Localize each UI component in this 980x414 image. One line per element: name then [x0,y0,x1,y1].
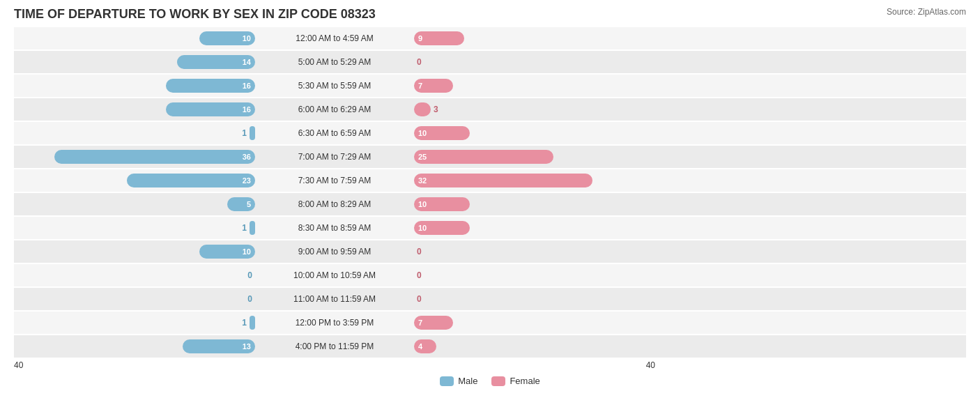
male-bar [250,221,255,235]
time-label: 8:00 AM to 8:29 AM [258,199,411,209]
axis-right: 40 [411,360,655,370]
male-bar: 5 [227,197,255,211]
chart-title: TIME OF DEPARTURE TO WORK BY SEX IN ZIP … [14,7,966,22]
male-bar: 16 [166,102,255,116]
female-value: 0 [417,247,422,256]
time-label: 7:00 AM to 7:29 AM [258,152,411,162]
legend: Male Female [14,376,966,386]
left-bar-area: 16 [14,79,258,93]
legend-male-box [440,376,454,386]
legend-male-label: Male [458,376,477,386]
axis-right-value: 40 [646,360,655,370]
female-value: 0 [417,294,422,304]
table-row: 1012:00 AM to 4:59 AM9 [14,27,966,49]
male-bar: 10 [199,245,255,259]
time-label: 7:30 AM to 7:59 AM [258,176,411,185]
left-bar-area: 10 [14,245,258,259]
left-bar-area: 1 [14,126,258,140]
table-row: 18:30 AM to 8:59 AM10 [14,217,966,239]
left-bar-area: 14 [14,55,258,69]
male-bar: 10 [199,31,255,45]
female-value: 0 [417,270,422,280]
right-bar-area: 0 [411,247,655,256]
time-label: 10:00 AM to 10:59 AM [258,270,411,280]
male-bar: 13 [183,339,255,353]
female-bar: 4 [414,339,436,353]
right-bar-area: 0 [411,294,655,304]
legend-female-label: Female [510,376,539,386]
male-bar [250,126,255,140]
table-row: 010:00 AM to 10:59 AM0 [14,264,966,286]
right-bar-area: 7 [411,316,655,330]
time-label: 12:00 PM to 3:59 PM [258,318,411,328]
left-bar-area: 13 [14,339,258,353]
left-bar-area: 10 [14,31,258,45]
female-value: 0 [417,57,422,67]
female-bar: 10 [414,197,470,211]
female-bar: 32 [414,174,592,187]
chart-area: 1012:00 AM to 4:59 AM9145:00 AM to 5:29 … [14,27,966,358]
time-label: 6:00 AM to 6:29 AM [258,105,411,114]
legend-female-box [491,376,505,386]
left-bar-area: 16 [14,102,258,116]
female-bar: 10 [414,221,470,235]
left-bar-area: 5 [14,197,258,211]
female-bar: 25 [414,150,553,164]
left-bar-area: 36 [14,150,258,164]
time-label: 4:00 PM to 11:59 PM [258,342,411,351]
female-value: 3 [434,105,438,114]
female-bar: 10 [414,126,470,140]
table-row: 367:00 AM to 7:29 AM25 [14,146,966,168]
axis-left-value: 40 [14,360,23,370]
table-row: 166:00 AM to 6:29 AM3 [14,98,966,121]
right-bar-area: 3 [411,102,655,116]
right-bar-area: 32 [411,174,655,187]
source-text: Source: ZipAtlas.com [887,7,966,17]
female-bar: 7 [414,79,453,93]
left-bar-area: 1 [14,316,258,330]
male-bar: 16 [166,79,255,93]
table-row: 165:30 AM to 5:59 AM7 [14,75,966,97]
table-row: 145:00 AM to 5:29 AM0 [14,51,966,73]
axis-center [258,360,411,370]
time-label: 5:30 AM to 5:59 AM [258,81,411,91]
male-value: 0 [247,294,252,304]
right-bar-area: 10 [411,197,655,211]
time-label: 6:30 AM to 6:59 AM [258,128,411,138]
right-bar-area: 25 [411,150,655,164]
table-row: 58:00 AM to 8:29 AM10 [14,193,966,215]
male-value: 1 [242,128,247,138]
left-bar-area: 0 [14,270,258,280]
male-value: 1 [242,318,247,328]
table-row: 112:00 PM to 3:59 PM7 [14,312,966,334]
axis-area: 40 40 [14,360,966,370]
chart-container: TIME OF DEPARTURE TO WORK BY SEX IN ZIP … [14,7,966,386]
male-bar: 23 [127,174,255,187]
time-label: 12:00 AM to 4:59 AM [258,33,411,43]
time-label: 11:00 AM to 11:59 AM [258,294,411,304]
legend-male: Male [440,376,477,386]
table-row: 16:30 AM to 6:59 AM10 [14,122,966,144]
table-row: 237:30 AM to 7:59 AM32 [14,169,966,192]
left-bar-area: 23 [14,174,258,187]
left-bar-area: 0 [14,294,258,304]
right-bar-area: 0 [411,270,655,280]
right-bar-area: 7 [411,79,655,93]
table-row: 011:00 AM to 11:59 AM0 [14,288,966,310]
time-label: 9:00 AM to 9:59 AM [258,247,411,256]
left-bar-area: 1 [14,221,258,235]
table-row: 109:00 AM to 9:59 AM0 [14,240,966,263]
male-value: 0 [247,270,252,280]
axis-left: 40 [14,360,258,370]
female-bar [414,102,431,116]
time-label: 5:00 AM to 5:29 AM [258,57,411,67]
right-bar-area: 9 [411,31,655,45]
male-bar: 14 [177,55,255,69]
male-bar [250,316,255,330]
right-bar-area: 4 [411,339,655,353]
male-bar: 36 [54,150,255,164]
female-bar: 9 [414,31,464,45]
right-bar-area: 10 [411,221,655,235]
legend-female: Female [491,376,539,386]
female-bar: 7 [414,316,453,330]
